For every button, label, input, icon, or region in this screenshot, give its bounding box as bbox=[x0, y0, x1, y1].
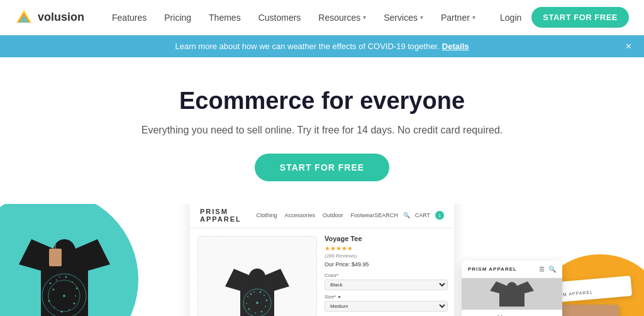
announcement-bar: Learn more about how we can weather the … bbox=[0, 35, 644, 57]
svg-point-22 bbox=[247, 296, 248, 297]
store-nav-accessories: Accessories bbox=[285, 212, 316, 218]
svg-point-29 bbox=[261, 310, 263, 312]
volusion-logo-icon bbox=[15, 9, 33, 26]
services-chevron: ▾ bbox=[420, 14, 423, 21]
store-nav-outdoor: Outdoor bbox=[323, 212, 343, 218]
store-actions: SEARCH 🔍 CART 1 bbox=[374, 211, 444, 220]
color-select[interactable]: Black bbox=[325, 279, 448, 290]
logo[interactable]: volusion bbox=[15, 9, 84, 26]
product-price: Our Price: $49.95 bbox=[325, 261, 448, 268]
store-nav-footwear: Footwear bbox=[351, 212, 375, 218]
svg-point-15 bbox=[74, 303, 75, 305]
nav-customers[interactable]: Customers bbox=[251, 9, 309, 26]
product-details: Voyage Tee ★★★★★ (286 Reviews) Our Price… bbox=[325, 229, 454, 316]
size-select[interactable]: Medium bbox=[325, 301, 448, 312]
svg-point-17 bbox=[61, 311, 63, 313]
mobile-store-logo: PRISM APPAREL bbox=[468, 266, 517, 272]
mobile-mockup: PRISM APPAREL ☰ 🔍 Men's Graphic Tees bbox=[462, 261, 562, 316]
nav-right: Login START FOR FREE bbox=[500, 7, 629, 28]
svg-point-19 bbox=[48, 300, 50, 302]
svg-point-14 bbox=[75, 295, 76, 296]
mobile-body: Men's Graphic Tees bbox=[462, 310, 562, 316]
resources-chevron: ▾ bbox=[363, 14, 366, 21]
nav-pricing[interactable]: Pricing bbox=[157, 9, 199, 26]
svg-point-7 bbox=[50, 283, 52, 285]
svg-point-12 bbox=[72, 281, 73, 283]
svg-point-25 bbox=[260, 291, 262, 293]
login-button[interactable]: Login bbox=[500, 13, 521, 23]
tshirt-svg bbox=[6, 214, 123, 316]
mobile-menu-icon: ☰ bbox=[539, 266, 545, 273]
nav-features[interactable]: Features bbox=[104, 9, 154, 26]
nav-resources[interactable]: Resources▾ bbox=[311, 9, 374, 26]
browser-mockup-container: PRISM APPAREL Clothing Accessories Outdo… bbox=[187, 204, 457, 316]
mobile-header: PRISM APPAREL ☰ 🔍 bbox=[462, 261, 562, 278]
hero-visuals: PRISM APPAREL Clothing Accessories Outdo… bbox=[0, 204, 644, 316]
mobile-icons: ☰ 🔍 bbox=[539, 266, 556, 273]
hero-subtitle: Everything you need to sell online. Try … bbox=[142, 125, 503, 136]
mini-store-body: Voyage Tee ★★★★★ (286 Reviews) Our Price… bbox=[190, 229, 454, 316]
store-search: SEARCH bbox=[374, 212, 398, 218]
svg-point-32 bbox=[246, 303, 247, 304]
svg-point-20 bbox=[63, 295, 65, 297]
svg-point-10 bbox=[59, 276, 60, 278]
hero-section: Ecommerce for everyone Everything you ne… bbox=[0, 57, 644, 316]
nav-services[interactable]: Services▾ bbox=[376, 9, 431, 26]
cart-badge: 1 bbox=[435, 211, 444, 220]
start-free-hero-button[interactable]: START FOR FREE bbox=[255, 154, 389, 181]
svg-point-23 bbox=[250, 293, 252, 295]
size-label: Size* ● bbox=[325, 294, 448, 300]
browser-mockup: PRISM APPAREL Clothing Accessories Outdo… bbox=[190, 204, 454, 316]
store-nav-clothing: Clothing bbox=[257, 212, 277, 218]
nav-themes[interactable]: Themes bbox=[201, 9, 248, 26]
svg-point-33 bbox=[256, 302, 258, 304]
hero-title: Ecommerce for everyone bbox=[179, 87, 465, 115]
announce-text: Learn more about how we can weather the … bbox=[175, 42, 440, 51]
mobile-search-icon: 🔍 bbox=[548, 266, 556, 273]
navbar: volusion Features Pricing Themes Custome… bbox=[0, 0, 644, 35]
store-cart-label: CART bbox=[415, 212, 430, 218]
color-label: Color* bbox=[325, 273, 448, 278]
svg-point-31 bbox=[248, 308, 250, 310]
product-reviews: (286 Reviews) bbox=[325, 253, 448, 259]
svg-point-28 bbox=[265, 306, 266, 307]
mobile-hero-svg bbox=[462, 278, 562, 310]
store-logo: PRISM APPAREL bbox=[200, 208, 257, 223]
product-stars: ★★★★★ bbox=[325, 245, 448, 252]
product-image-area bbox=[197, 236, 317, 316]
nav-partner[interactable]: Partner▾ bbox=[433, 9, 483, 26]
brand-name: volusion bbox=[38, 11, 84, 24]
svg-point-24 bbox=[253, 291, 255, 293]
svg-point-16 bbox=[69, 309, 70, 310]
announce-details-link[interactable]: Details bbox=[442, 42, 469, 51]
svg-point-27 bbox=[266, 299, 268, 301]
mini-store-header: PRISM APPAREL Clothing Accessories Outdo… bbox=[190, 204, 454, 229]
svg-point-9 bbox=[53, 289, 55, 291]
product-tshirt-image bbox=[216, 251, 298, 317]
mobile-hero-image bbox=[462, 278, 562, 310]
start-free-nav-button[interactable]: START FOR FREE bbox=[531, 7, 629, 28]
product-name: Voyage Tee bbox=[325, 235, 448, 242]
browser-content: PRISM APPAREL Clothing Accessories Outdo… bbox=[190, 204, 454, 316]
svg-point-13 bbox=[76, 288, 78, 290]
svg-rect-3 bbox=[49, 249, 62, 266]
svg-point-8 bbox=[56, 279, 57, 281]
svg-point-30 bbox=[255, 312, 256, 313]
announce-close-button[interactable]: × bbox=[626, 41, 631, 52]
tshirt-left-area bbox=[6, 214, 123, 316]
partner-chevron: ▾ bbox=[472, 14, 475, 21]
svg-point-18 bbox=[53, 307, 55, 308]
nav-links: Features Pricing Themes Customers Resour… bbox=[104, 9, 500, 26]
store-nav: Clothing Accessories Outdoor Footwear bbox=[257, 212, 375, 218]
svg-point-26 bbox=[264, 295, 265, 296]
svg-point-11 bbox=[65, 276, 67, 278]
